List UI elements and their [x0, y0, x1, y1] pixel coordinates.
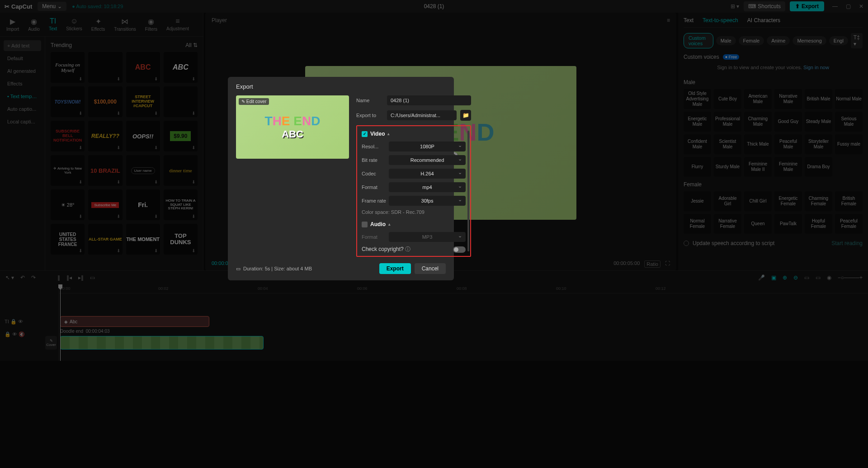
sidenav-text-template[interactable]: • Text template	[4, 91, 41, 102]
template-item[interactable]: OOPS!!⬇	[126, 121, 160, 151]
split-icon[interactable]: ‖	[57, 274, 60, 281]
template-item[interactable]: 10 BRAZIL⬇	[88, 155, 122, 186]
template-item[interactable]: STREET INTERVIEW #CAPCUT⬇	[126, 86, 160, 117]
voice-option[interactable]: Queen	[744, 214, 772, 234]
voice-option[interactable]: Charming Female	[805, 191, 832, 211]
sidenav-auto-captions[interactable]: Auto captio...	[4, 104, 41, 114]
video-checkbox[interactable]: ✓	[362, 131, 368, 137]
template-item[interactable]: TOP DUNKS⬇	[164, 224, 198, 255]
template-item[interactable]: THE MOMENT⬇	[126, 224, 160, 255]
voice-option[interactable]: Thick Male	[744, 134, 772, 154]
tl-tool-2-icon[interactable]: ⊕	[783, 274, 787, 281]
download-icon[interactable]: ⬇	[154, 76, 158, 81]
download-icon[interactable]: ⬇	[117, 248, 120, 253]
tab-import[interactable]: ▶Import	[5, 16, 21, 33]
voice-option[interactable]: Peaceful Female	[835, 214, 863, 234]
voice-option[interactable]: Charming Male	[744, 112, 772, 132]
tl-tool-3-icon[interactable]: ⊖	[793, 274, 798, 281]
download-icon[interactable]: ⬇	[79, 111, 82, 116]
tab-effects[interactable]: ✦Effects	[90, 16, 107, 33]
voice-option[interactable]: Flurry	[684, 157, 711, 177]
playhead[interactable]	[60, 284, 61, 361]
voice-option[interactable]: Feminine Male II	[744, 157, 772, 177]
sidenav-effects[interactable]: Effects	[4, 78, 41, 89]
download-icon[interactable]: ⬇	[79, 180, 82, 184]
player-menu-icon[interactable]: ≡	[667, 17, 670, 24]
filter-custom[interactable]: Custom voices	[684, 33, 713, 48]
template-item[interactable]: SUBSCRIBE BELL NOTIFICATION⬇	[51, 121, 85, 151]
voice-option[interactable]: Serious Male	[835, 112, 863, 132]
download-icon[interactable]: ⬇	[192, 111, 195, 116]
download-icon[interactable]: ⬇	[192, 145, 195, 150]
download-icon[interactable]: ⬇	[117, 145, 120, 150]
voice-option[interactable]: Sturdy Male	[714, 157, 741, 177]
tab-audio[interactable]: ◉Audio	[26, 16, 42, 33]
voice-option[interactable]: Cute Boy	[714, 89, 741, 109]
download-icon[interactable]: ⬇	[154, 248, 158, 253]
voice-option[interactable]: PawTalk	[774, 214, 802, 234]
text-clip[interactable]: ◈ Abc	[60, 316, 209, 327]
template-item[interactable]: Fri.⬇	[126, 189, 160, 220]
voice-option[interactable]: Storyteller Male	[805, 134, 832, 154]
delete-icon[interactable]: ▭	[90, 274, 95, 281]
download-icon[interactable]: ⬇	[117, 111, 120, 116]
layout-icon[interactable]: ⊞ ▾	[731, 3, 739, 9]
codec-select[interactable]: H.264	[389, 169, 466, 179]
tab-stickers[interactable]: ☺Stickers	[64, 16, 84, 33]
minimize-icon[interactable]: —	[832, 3, 838, 9]
edit-cover-button[interactable]: ✎ Edit cover	[239, 98, 269, 105]
tab-transitions[interactable]: ⋈Transitions	[112, 16, 138, 33]
bitrate-select[interactable]: Recommended	[389, 155, 466, 165]
filter-female[interactable]: Female	[739, 36, 764, 45]
template-item[interactable]: REALLY??⬇	[88, 121, 122, 151]
download-icon[interactable]: ⬇	[117, 214, 120, 219]
voice-option[interactable]: Chill Girl	[744, 191, 772, 211]
template-item[interactable]: TOYS!NOW!⬇	[51, 86, 85, 117]
fullscreen-icon[interactable]: ⛶	[665, 260, 670, 268]
template-item[interactable]: ⬇	[164, 86, 198, 117]
voice-option[interactable]: Adorable Girl	[714, 191, 741, 211]
voice-option[interactable]: British Male	[805, 89, 832, 109]
info-icon[interactable]: ⓘ	[405, 246, 410, 252]
voice-option[interactable]: Confident Male	[684, 134, 711, 154]
download-icon[interactable]: ⬇	[192, 248, 195, 253]
redo-icon[interactable]: ↷	[31, 274, 36, 281]
timeline-ruler[interactable]: 00:00 00:02 00:04 00:06 00:08 00:10 00:1…	[59, 284, 868, 293]
tab-ai-characters[interactable]: AI Characters	[747, 17, 780, 24]
close-icon[interactable]: ✕	[859, 3, 863, 9]
download-icon[interactable]: ⬇	[192, 180, 195, 184]
start-reading-button[interactable]: Start reading	[831, 240, 863, 246]
download-icon[interactable]: ⬇	[79, 214, 82, 219]
sidenav-ai[interactable]: AI generated	[4, 66, 41, 76]
voice-option[interactable]: Old Style Advertising Male	[684, 89, 711, 109]
download-icon[interactable]: ⬇	[79, 248, 82, 253]
download-icon[interactable]: ⬇	[79, 76, 82, 81]
tl-tool-5-icon[interactable]: ▭	[816, 274, 821, 281]
voice-option[interactable]: Drama Boy	[805, 157, 832, 177]
voice-option[interactable]: British Female	[835, 191, 863, 211]
signin-link[interactable]: Sign in now	[803, 65, 829, 70]
tl-tool-6-icon[interactable]: ◉	[827, 274, 831, 281]
voice-option[interactable]: Steady Male	[805, 112, 832, 132]
voice-option[interactable]: Hopful Female	[805, 214, 832, 234]
add-text-button[interactable]: Add text	[4, 40, 41, 51]
filter-anime[interactable]: Anime	[767, 36, 790, 45]
cover-button[interactable]: ✎Cover	[45, 336, 57, 350]
tl-tool-1-icon[interactable]: ▣	[771, 274, 776, 281]
name-input[interactable]	[387, 95, 471, 105]
voice-option[interactable]: Scientist Male	[714, 134, 741, 154]
template-item[interactable]: User name⬇	[126, 155, 160, 186]
exportto-input[interactable]	[387, 110, 457, 120]
modal-cancel-button[interactable]: Cancel	[415, 263, 446, 274]
template-item[interactable]: HOW TO TRAIN A SQUAT LIKE STEPH KERIN!⬇	[164, 189, 198, 220]
template-item[interactable]: Focusing on Myself⬇	[51, 52, 85, 83]
framerate-select[interactable]: 30fps	[389, 196, 466, 206]
voice-option[interactable]: American Male	[744, 89, 772, 109]
ratio-button[interactable]: Ratio	[644, 260, 660, 268]
voice-option[interactable]: Normal Male	[835, 89, 863, 109]
template-item[interactable]: $100,000⬇	[88, 86, 122, 117]
download-icon[interactable]: ⬇	[154, 145, 158, 150]
filter-settings-icon[interactable]: T‡ ▾	[851, 33, 863, 48]
download-icon[interactable]: ⬇	[117, 76, 120, 81]
template-item[interactable]: ABC⬇	[164, 52, 198, 83]
